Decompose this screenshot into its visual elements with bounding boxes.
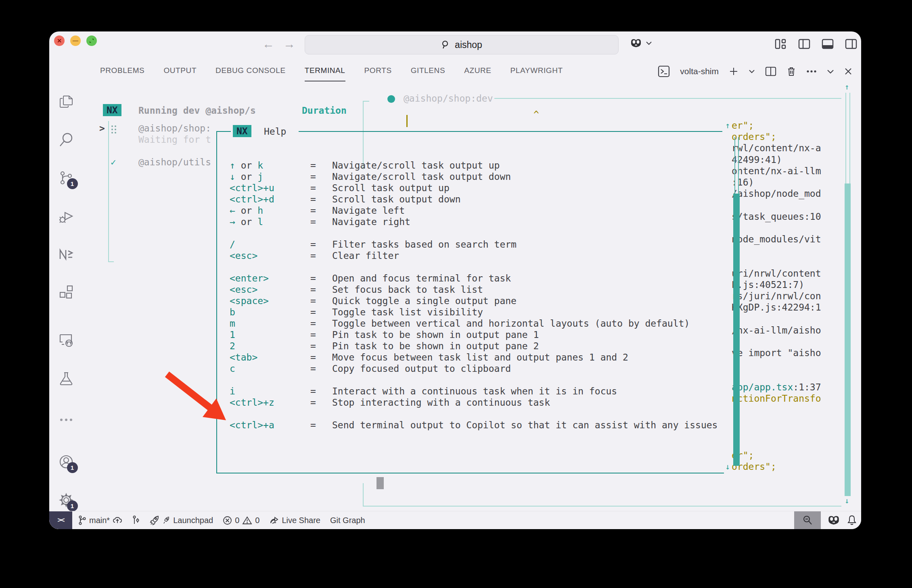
rocket-icon [150,515,160,525]
panel-tab-gitlens[interactable]: GITLENS [411,66,446,81]
sidebar-item-remote-explorer[interactable] [59,332,74,348]
pane-bottom-border [363,506,841,507]
output-line: app/app.tsx:1:37 [732,382,821,393]
copilot-menu[interactable] [630,38,652,48]
live-share-button[interactable]: Live Share [269,515,320,525]
pane-left-border-top [363,101,364,169]
more-views-icon[interactable] [59,412,74,427]
terminal-cursor-bar [406,115,408,127]
panel-tab-debug-console[interactable]: DEBUG CONSOLE [215,66,286,81]
new-terminal-button[interactable] [729,67,738,76]
help-row: 2=Pin task to be shown in output pane 2 [230,341,717,352]
sidebar-item-extensions[interactable] [59,285,74,300]
scroll-indicator-icon: ↓ [725,461,730,472]
task-status-bullet [387,95,395,103]
help-row: <esc>=Clear filter [230,250,717,262]
scrollbar-track-l [845,93,846,183]
help-panel-top-border [299,131,722,132]
panel-tab-ports[interactable]: PORTS [364,66,392,81]
kill-terminal-button[interactable] [786,66,796,77]
sidebar-item-nx-console[interactable] [59,247,74,262]
scroll-up-icon[interactable]: ↑ [845,82,849,91]
remote-indicator[interactable]: >< [49,511,72,529]
pane2-scroll-track [734,137,735,194]
help-row: <ctrl>+u=Scroll task output up [230,183,717,194]
live-share-label: Live Share [282,516,320,525]
scrollbar-thumb[interactable] [845,183,851,496]
settings-gear-icon[interactable]: 1 [59,492,74,508]
pane-top-border [494,98,841,99]
pane-corner-top [363,101,369,102]
terminal-name[interactable]: volta-shim [680,67,719,76]
help-nx-badge: NX [233,125,251,137]
scroll-down-icon[interactable]: ↓ [845,496,849,505]
help-row: <enter>=Open and focus terminal for task [230,273,717,284]
output-caret: ^ [533,109,539,120]
launchpad-button[interactable]: Launchpad [150,515,213,525]
help-row: <ctrl>+a=Send terminal output to Copilot… [230,420,717,431]
help-row: ↑ or k=Navigate/scroll task output up [230,160,717,171]
annotation-red-arrow [162,370,235,427]
close-window-button[interactable]: ✕ [54,35,65,46]
terminal-actions: volta-shim [658,65,852,77]
split-terminal-button[interactable] [765,66,776,77]
output-line: P.js:40521:7) [732,279,804,290]
panel-tab-playwright[interactable]: PLAYWRIGHT [510,66,563,81]
output-line: node_modules/vit [732,234,821,245]
help-row: ↓ or j=Navigate/scroll task output down [230,171,717,183]
pipeline-status[interactable] [132,515,140,525]
sidebar-item-testing[interactable] [59,371,74,386]
sync-cloud-icon [113,516,122,525]
help-panel-bottom-border [216,473,724,473]
panel-tab-azure[interactable]: AZURE [464,66,491,81]
git-graph-label: Git Graph [330,516,365,525]
sidebar-item-explorer[interactable] [59,94,74,109]
task-item-shop[interactable]: @aishop/shop: [138,123,211,134]
task-selected-chevron: > [99,123,105,134]
zoom-window-button[interactable] [86,35,97,46]
command-center-search[interactable]: aishop [305,35,619,54]
task-item-shop-status: Waiting for t [138,134,211,145]
git-graph-button[interactable]: Git Graph [330,516,365,525]
close-panel-button[interactable] [844,67,852,75]
back-button[interactable]: ← [262,37,274,51]
output-line: 42499:41) [732,154,782,165]
panel-tab-problems[interactable]: PROBLEMS [100,66,144,81]
help-row: <esc>=Set focus back to task list [230,284,717,296]
branch-name: main* [89,516,110,525]
pane-task-title: @aishop/shop:dev [404,93,493,104]
help-row: ← or h=Navigate left [230,205,717,217]
customize-layout-button[interactable] [775,39,787,49]
search-value: aishop [455,40,482,50]
task-item-utils[interactable]: @aishop/utils [138,156,211,168]
copilot-status-icon[interactable] [827,515,841,526]
chevron-down-icon [646,41,652,45]
sidebar-item-run-debug[interactable] [59,209,74,224]
pane2-scrollbar-thumb[interactable] [733,194,740,466]
toggle-primary-sidebar-button[interactable] [798,39,810,49]
hide-panel-chevron[interactable] [827,69,834,74]
panel-tab-output[interactable]: OUTPUT [163,66,197,81]
fullscreen-icon [89,38,94,43]
zoom-out-button[interactable] [794,511,821,529]
toggle-panel-button[interactable] [822,39,834,49]
sidebar-item-search[interactable] [59,132,74,147]
sidebar-item-source-control[interactable]: 1 [59,170,74,186]
toggle-secondary-sidebar-button[interactable] [845,39,857,49]
more-actions-button[interactable] [806,70,817,73]
status-bar: >< main* Launchpad [49,511,861,529]
panel-tab-terminal[interactable]: TERMINAL [305,66,345,81]
launchpad-label: Launchpad [173,516,213,525]
minimize-window-button[interactable]: — [70,35,81,46]
help-row: i=Interact with a continuous task when i… [230,386,717,397]
forward-button[interactable]: → [283,37,295,51]
git-branch-status[interactable]: main* [78,515,122,525]
pane2-scroll-track2 [738,137,739,194]
terminal-dropdown-chevron[interactable] [749,69,755,73]
panel-left-icon [798,39,810,49]
accounts-icon[interactable]: 1 [59,454,74,469]
git-branch-icon [78,515,86,525]
problems-status[interactable]: 0 0 [223,516,259,525]
live-share-icon [269,515,279,525]
notifications-bell-icon[interactable] [847,515,857,526]
